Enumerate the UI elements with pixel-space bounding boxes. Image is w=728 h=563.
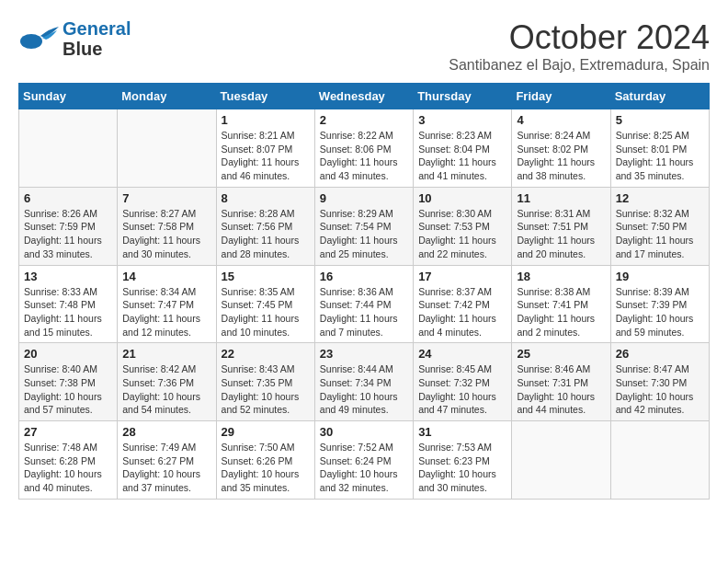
- day-number: 15: [222, 270, 310, 283]
- day-info: Sunrise: 7:53 AM Sunset: 6:23 PM Dayligh…: [418, 441, 506, 495]
- calendar-cell: [19, 109, 118, 188]
- logo: General Blue: [18, 18, 131, 59]
- day-number: 1: [222, 113, 310, 127]
- day-info: Sunrise: 8:23 AM Sunset: 8:04 PM Dayligh…: [418, 129, 506, 183]
- calendar-week-row: 20Sunrise: 8:40 AM Sunset: 7:38 PM Dayli…: [19, 343, 710, 421]
- day-number: 28: [122, 425, 210, 439]
- calendar-cell: 5Sunrise: 8:25 AM Sunset: 8:01 PM Daylig…: [610, 109, 709, 188]
- col-header-saturday: Saturday: [610, 84, 709, 109]
- calendar-cell: 18Sunrise: 8:38 AM Sunset: 7:41 PM Dayli…: [512, 265, 610, 343]
- day-number: 9: [320, 191, 408, 205]
- day-info: Sunrise: 8:32 AM Sunset: 7:50 PM Dayligh…: [616, 207, 704, 261]
- day-info: Sunrise: 8:29 AM Sunset: 7:54 PM Dayligh…: [320, 207, 408, 261]
- calendar-cell: [610, 421, 709, 500]
- calendar-cell: [512, 421, 610, 500]
- calendar-week-row: 27Sunrise: 7:48 AM Sunset: 6:28 PM Dayli…: [19, 421, 710, 500]
- logo-icon: [18, 25, 59, 52]
- day-info: Sunrise: 8:45 AM Sunset: 7:32 PM Dayligh…: [418, 362, 506, 417]
- calendar-cell: 7Sunrise: 8:27 AM Sunset: 7:58 PM Daylig…: [118, 187, 216, 265]
- calendar-cell: 9Sunrise: 8:29 AM Sunset: 7:54 PM Daylig…: [314, 187, 413, 265]
- col-header-friday: Friday: [512, 84, 610, 109]
- day-info: Sunrise: 7:52 AM Sunset: 6:24 PM Dayligh…: [320, 441, 408, 495]
- day-info: Sunrise: 8:37 AM Sunset: 7:42 PM Dayligh…: [418, 285, 506, 339]
- day-number: 5: [616, 113, 704, 127]
- col-header-monday: Monday: [118, 84, 216, 109]
- calendar-cell: 22Sunrise: 8:43 AM Sunset: 7:35 PM Dayli…: [216, 343, 314, 421]
- day-info: Sunrise: 8:43 AM Sunset: 7:35 PM Dayligh…: [222, 362, 310, 417]
- svg-point-0: [20, 34, 42, 49]
- calendar-cell: 24Sunrise: 8:45 AM Sunset: 7:32 PM Dayli…: [414, 343, 512, 421]
- day-number: 6: [24, 191, 112, 205]
- day-number: 4: [517, 113, 605, 127]
- day-number: 2: [320, 113, 408, 127]
- calendar-cell: 31Sunrise: 7:53 AM Sunset: 6:23 PM Dayli…: [414, 421, 512, 500]
- day-number: 25: [517, 347, 605, 361]
- day-number: 16: [320, 270, 408, 283]
- logo-blue: Blue: [63, 39, 131, 59]
- day-info: Sunrise: 8:26 AM Sunset: 7:59 PM Dayligh…: [24, 207, 112, 261]
- day-info: Sunrise: 8:47 AM Sunset: 7:30 PM Dayligh…: [616, 362, 704, 417]
- calendar-cell: 23Sunrise: 8:44 AM Sunset: 7:34 PM Dayli…: [314, 343, 413, 421]
- calendar-cell: 19Sunrise: 8:39 AM Sunset: 7:39 PM Dayli…: [610, 265, 709, 343]
- calendar-header-row: SundayMondayTuesdayWednesdayThursdayFrid…: [19, 84, 710, 109]
- day-number: 13: [24, 270, 112, 283]
- day-number: 23: [320, 347, 408, 361]
- day-info: Sunrise: 8:36 AM Sunset: 7:44 PM Dayligh…: [320, 285, 408, 339]
- day-info: Sunrise: 8:30 AM Sunset: 7:53 PM Dayligh…: [418, 207, 506, 261]
- day-number: 26: [616, 347, 704, 361]
- day-number: 18: [517, 270, 605, 283]
- day-info: Sunrise: 8:44 AM Sunset: 7:34 PM Dayligh…: [320, 362, 408, 417]
- day-number: 20: [24, 347, 112, 361]
- calendar-cell: 1Sunrise: 8:21 AM Sunset: 8:07 PM Daylig…: [216, 109, 314, 188]
- day-info: Sunrise: 8:39 AM Sunset: 7:39 PM Dayligh…: [616, 285, 704, 339]
- day-number: 31: [418, 425, 506, 439]
- calendar-cell: [118, 109, 216, 188]
- calendar-cell: 8Sunrise: 8:28 AM Sunset: 7:56 PM Daylig…: [216, 187, 314, 265]
- calendar-cell: 16Sunrise: 8:36 AM Sunset: 7:44 PM Dayli…: [314, 265, 413, 343]
- day-info: Sunrise: 8:35 AM Sunset: 7:45 PM Dayligh…: [222, 285, 310, 339]
- day-number: 21: [122, 347, 210, 361]
- day-number: 29: [222, 425, 310, 439]
- calendar-cell: 20Sunrise: 8:40 AM Sunset: 7:38 PM Dayli…: [19, 343, 118, 421]
- day-number: 19: [616, 270, 704, 283]
- logo-general: General: [63, 18, 131, 39]
- calendar-cell: 17Sunrise: 8:37 AM Sunset: 7:42 PM Dayli…: [414, 265, 512, 343]
- calendar-cell: 26Sunrise: 8:47 AM Sunset: 7:30 PM Dayli…: [610, 343, 709, 421]
- calendar-cell: 2Sunrise: 8:22 AM Sunset: 8:06 PM Daylig…: [314, 109, 413, 188]
- day-number: 10: [418, 191, 506, 205]
- calendar-cell: 27Sunrise: 7:48 AM Sunset: 6:28 PM Dayli…: [19, 421, 118, 500]
- day-info: Sunrise: 7:48 AM Sunset: 6:28 PM Dayligh…: [24, 441, 112, 495]
- calendar-cell: 11Sunrise: 8:31 AM Sunset: 7:51 PM Dayli…: [512, 187, 610, 265]
- day-info: Sunrise: 8:40 AM Sunset: 7:38 PM Dayligh…: [24, 362, 112, 417]
- day-info: Sunrise: 8:38 AM Sunset: 7:41 PM Dayligh…: [517, 285, 605, 339]
- calendar-cell: 15Sunrise: 8:35 AM Sunset: 7:45 PM Dayli…: [216, 265, 314, 343]
- day-number: 14: [122, 270, 210, 283]
- calendar-table: SundayMondayTuesdayWednesdayThursdayFrid…: [18, 83, 710, 500]
- calendar-cell: 28Sunrise: 7:49 AM Sunset: 6:27 PM Dayli…: [118, 421, 216, 500]
- day-number: 17: [418, 270, 506, 283]
- col-header-tuesday: Tuesday: [216, 84, 314, 109]
- col-header-sunday: Sunday: [19, 84, 118, 109]
- col-header-wednesday: Wednesday: [314, 84, 413, 109]
- calendar-cell: 25Sunrise: 8:46 AM Sunset: 7:31 PM Dayli…: [512, 343, 610, 421]
- day-info: Sunrise: 7:49 AM Sunset: 6:27 PM Dayligh…: [122, 441, 210, 495]
- col-header-thursday: Thursday: [414, 84, 512, 109]
- calendar-cell: 10Sunrise: 8:30 AM Sunset: 7:53 PM Dayli…: [414, 187, 512, 265]
- location-title: Santibanez el Bajo, Extremadura, Spain: [449, 57, 710, 74]
- day-info: Sunrise: 8:27 AM Sunset: 7:58 PM Dayligh…: [122, 207, 210, 261]
- calendar-cell: 29Sunrise: 7:50 AM Sunset: 6:26 PM Dayli…: [216, 421, 314, 500]
- day-info: Sunrise: 8:46 AM Sunset: 7:31 PM Dayligh…: [517, 362, 605, 417]
- calendar-cell: 21Sunrise: 8:42 AM Sunset: 7:36 PM Dayli…: [118, 343, 216, 421]
- day-info: Sunrise: 8:31 AM Sunset: 7:51 PM Dayligh…: [517, 207, 605, 261]
- day-info: Sunrise: 8:25 AM Sunset: 8:01 PM Dayligh…: [616, 129, 704, 183]
- day-number: 11: [517, 191, 605, 205]
- calendar-cell: 30Sunrise: 7:52 AM Sunset: 6:24 PM Dayli…: [314, 421, 413, 500]
- calendar-week-row: 6Sunrise: 8:26 AM Sunset: 7:59 PM Daylig…: [19, 187, 710, 265]
- day-info: Sunrise: 8:21 AM Sunset: 8:07 PM Dayligh…: [222, 129, 310, 183]
- calendar-cell: 12Sunrise: 8:32 AM Sunset: 7:50 PM Dayli…: [610, 187, 709, 265]
- day-info: Sunrise: 8:28 AM Sunset: 7:56 PM Dayligh…: [222, 207, 310, 261]
- day-info: Sunrise: 8:42 AM Sunset: 7:36 PM Dayligh…: [122, 362, 210, 417]
- day-info: Sunrise: 8:24 AM Sunset: 8:02 PM Dayligh…: [517, 129, 605, 183]
- calendar-cell: 13Sunrise: 8:33 AM Sunset: 7:48 PM Dayli…: [19, 265, 118, 343]
- day-info: Sunrise: 8:33 AM Sunset: 7:48 PM Dayligh…: [24, 285, 112, 339]
